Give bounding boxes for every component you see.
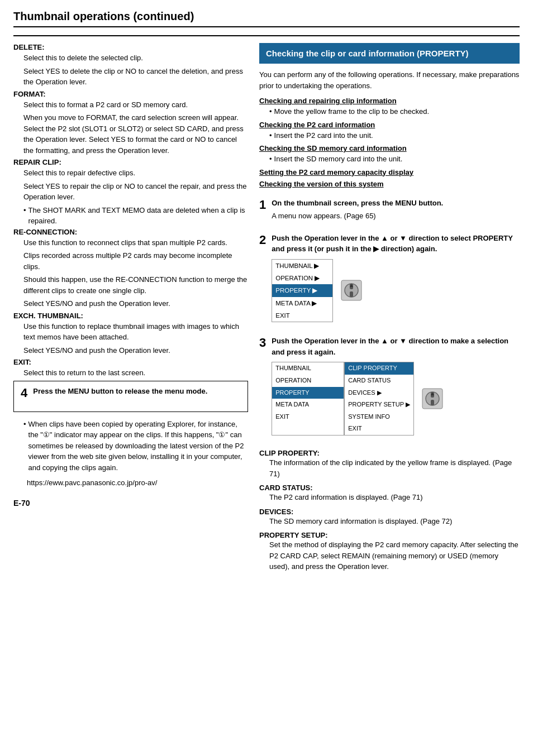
menu-row-exit: EXIT: [272, 309, 332, 322]
step4: 4 Press the MENU button to release the m…: [21, 386, 241, 399]
sm-clip-property: CLIP PROPERTY: [345, 362, 413, 375]
step2-number: 2: [259, 234, 266, 246]
m-operation: OPERATION: [272, 375, 344, 387]
menu-diagram-step3: THUMBNAIL OPERATION PROPERTY META DATA E…: [272, 362, 520, 436]
op-link-3: Setting the P2 card memory capacity disp…: [259, 168, 520, 176]
op-bullet-2: Insert the SD memory card into the unit.: [269, 154, 520, 165]
sm-system-info: SYSTEM INFO: [345, 411, 413, 423]
menu-row-thumbnail: THUMBNAIL ▶: [272, 260, 332, 272]
prop-desc-setup: Set the method of displaying the P2 card…: [269, 539, 520, 572]
menu-row-operation: OPERATION ▶: [272, 272, 332, 284]
prop-label-devices: DEVICES:: [259, 508, 520, 516]
step1-title: On the thumbnail screen, press the MENU …: [272, 198, 520, 209]
step4-title: Press the MENU button to release the men…: [33, 386, 241, 397]
page: Thumbnail operations (continued) DELETE:…: [0, 0, 533, 756]
reconnection-text-4: Select YES/NO and push the Operation lev…: [23, 298, 248, 309]
m-thumbnail: THUMBNAIL: [272, 362, 344, 375]
sm-devices: DEVICES ▶: [345, 387, 413, 399]
step1-number: 1: [259, 199, 266, 211]
section-format: FORMAT: Select this to format a P2 card …: [13, 90, 248, 156]
reconnection-text-1: Use this function to reconnect clips tha…: [23, 237, 248, 248]
sm-exit: EXIT: [345, 423, 413, 435]
m-property: PROPERTY: [272, 387, 344, 399]
prop-desc-card: The P2 card information is displayed. (P…: [269, 492, 520, 503]
repair-bullet: The SHOT MARK and TEXT MEMO data are del…: [23, 205, 248, 227]
section-exch: EXCH. THUMBNAIL: Use this function to re…: [13, 312, 248, 356]
reconnection-text-3: Should this happen, use the RE-CONNECTIO…: [23, 274, 248, 296]
main-menu-step3: THUMBNAIL OPERATION PROPERTY META DATA E…: [272, 362, 344, 436]
svg-rect-3: [350, 291, 353, 297]
op-link-1: Checking the P2 card information: [259, 121, 520, 129]
section-reconnection: RE-CONNECTION: Use this function to reco…: [13, 228, 248, 309]
label-format: FORMAT:: [13, 90, 248, 98]
menu-row-metadata: META DATA ▶: [272, 297, 332, 309]
step2: 2 Push the Operation lever in the ▲ or ▼…: [259, 233, 520, 328]
step3-title: Push the Operation lever in the ▲ or ▼ d…: [272, 336, 520, 357]
menu-box-step2: THUMBNAIL ▶ OPERATION ▶ PROPERTY ▶ META …: [272, 259, 333, 323]
note-url: https://eww.pavc.panasonic.co.jp/pro-av/: [27, 477, 248, 489]
reconnection-text-2: Clips recorded across multiple P2 cards …: [23, 250, 248, 272]
op-link-0: Checking and repairing clip information: [259, 97, 520, 105]
step3-number: 3: [259, 337, 266, 349]
right-header: Checking the clip or card information (P…: [259, 43, 520, 64]
repair-text-1: Select this to repair defective clips.: [23, 168, 248, 179]
op-bullet-1: Insert the P2 card into the unit.: [269, 130, 520, 141]
exch-text-1: Use this function to replace thumbnail i…: [23, 321, 248, 343]
step4-content: Press the MENU button to release the men…: [33, 386, 241, 399]
label-exit: EXIT:: [13, 358, 248, 366]
step2-content: Push the Operation lever in the ▲ or ▼ d…: [272, 233, 520, 328]
step4-box: 4 Press the MENU button to release the m…: [13, 381, 248, 412]
label-reconnection: RE-CONNECTION:: [13, 228, 248, 236]
delete-text-2: Select YES to delete the clip or NO to c…: [23, 66, 248, 88]
step1-content: On the thumbnail screen, press the MENU …: [272, 198, 520, 225]
sm-property-setup: PROPERTY SETUP ▶: [345, 399, 413, 411]
note-bullet: When clips have been copied by operating…: [23, 419, 248, 473]
sm-card-status: CARD STATUS: [345, 375, 413, 387]
right-column: Checking the clip or card information (P…: [259, 43, 520, 572]
lever-icon-step2: [341, 280, 362, 301]
delete-text-1: Select this to delete the selected clip.: [23, 52, 248, 64]
menu-row-property: PROPERTY ▶: [272, 284, 332, 296]
op-bullet-0: Move the yellow frame to the clip to be …: [269, 106, 520, 117]
sub-menu-step3: CLIP PROPERTY CARD STATUS DEVICES ▶ PROP…: [344, 362, 414, 436]
svg-rect-8: [431, 400, 434, 405]
prop-label-card: CARD STATUS:: [259, 484, 520, 492]
right-intro: You can perform any of the following ope…: [259, 69, 520, 91]
note-block: When clips have been copied by operating…: [13, 419, 248, 489]
repair-text-2: Select YES to repair the clip or NO to c…: [23, 181, 248, 203]
step3: 3 Push the Operation lever in the ▲ or ▼…: [259, 336, 520, 441]
label-repair: REPAIR CLIP:: [13, 158, 248, 166]
page-title: Thumbnail operations (continued): [13, 10, 520, 27]
section-repair: REPAIR CLIP: Select this to repair defec…: [13, 158, 248, 227]
format-text-1: Select this to format a P2 card or SD me…: [23, 99, 248, 111]
exit-text: Select this to return to the last screen…: [23, 367, 248, 379]
op-link-4: Checking the version of this system: [259, 180, 520, 188]
op-link-2: Checking the SD memory card information: [259, 144, 520, 152]
prop-label-setup: PROPERTY SETUP:: [259, 531, 520, 539]
prop-desc-devices: The SD memory card information is displa…: [269, 516, 520, 527]
step1: 1 On the thumbnail screen, press the MEN…: [259, 198, 520, 225]
step1-desc: A menu now appears. (Page 65): [272, 210, 520, 222]
left-column: DELETE: Select this to delete the select…: [13, 43, 248, 508]
exch-text-2: Select YES/NO and push the Operation lev…: [23, 345, 248, 356]
label-exch: EXCH. THUMBNAIL:: [13, 312, 248, 320]
property-descriptions: CLIP PROPERTY: The information of the cl…: [259, 449, 520, 572]
format-text-2: When you move to FORMAT, the card select…: [23, 112, 248, 156]
prop-desc-clip: The information of the clip indicated by…: [269, 457, 520, 479]
operations-list: Checking and repairing clip information …: [259, 97, 520, 188]
m-exit: EXIT: [272, 411, 344, 423]
lever-icon-step3: [422, 388, 443, 409]
menu-diagram-step2: THUMBNAIL ▶ OPERATION ▶ PROPERTY ▶ META …: [272, 259, 520, 323]
section-delete: DELETE: Select this to delete the select…: [13, 43, 248, 88]
divider: [13, 35, 520, 36]
page-number: E-70: [13, 499, 248, 508]
section-exit: EXIT: Select this to return to the last …: [13, 358, 248, 379]
menu-group-step3: THUMBNAIL OPERATION PROPERTY META DATA E…: [272, 362, 414, 436]
label-delete: DELETE:: [13, 43, 248, 51]
step3-content: Push the Operation lever in the ▲ or ▼ d…: [272, 336, 520, 441]
prop-label-clip: CLIP PROPERTY:: [259, 449, 520, 457]
step4-number: 4: [21, 387, 27, 399]
step2-title: Push the Operation lever in the ▲ or ▼ d…: [272, 233, 520, 255]
two-column-layout: DELETE: Select this to delete the select…: [13, 43, 520, 572]
m-metadata: META DATA: [272, 399, 344, 411]
